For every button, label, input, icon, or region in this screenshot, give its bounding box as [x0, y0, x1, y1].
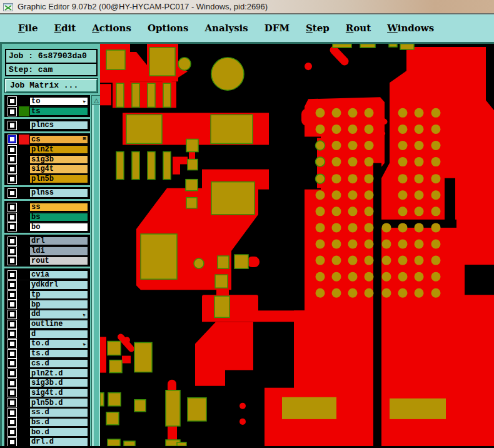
layer-visibility-checkbox[interactable]	[8, 165, 16, 173]
menu-item-rout[interactable]: Rout	[339, 20, 378, 36]
layer-color-swatch[interactable]	[19, 155, 29, 165]
layer-color-swatch[interactable]	[19, 359, 29, 369]
layer-visibility-checkbox[interactable]	[8, 350, 16, 358]
layer-color-swatch[interactable]	[19, 120, 29, 130]
layer-visibility-checkbox[interactable]	[8, 438, 16, 446]
layer-name-cvia[interactable]: cvia	[29, 270, 88, 280]
layer-color-swatch[interactable]	[19, 329, 29, 339]
layer-color-swatch[interactable]	[19, 222, 29, 232]
layer-name-ss.d[interactable]: ss.d	[29, 408, 88, 417]
layer-visibility-checkbox[interactable]	[8, 340, 16, 348]
layer-color-swatch[interactable]	[19, 369, 29, 379]
layer-name-drl[interactable]: drl	[29, 237, 88, 246]
layer-name-to.d[interactable]: to.d➤	[29, 339, 88, 349]
layer-visibility-checkbox[interactable]	[8, 155, 16, 163]
layer-color-swatch[interactable]	[19, 349, 29, 359]
layer-color-swatch[interactable]	[19, 106, 29, 116]
layer-name-bs.d[interactable]: bs.d	[29, 418, 88, 427]
layer-visibility-checkbox[interactable]	[8, 418, 16, 426]
layer-visibility-checkbox[interactable]	[8, 223, 16, 231]
menu-item-analysis[interactable]: Analysis	[198, 20, 255, 36]
layer-color-swatch[interactable]	[19, 270, 29, 280]
layer-name-sig4t[interactable]: sig4t	[29, 165, 88, 174]
layer-name-sig3b.d[interactable]: sig3b.d	[29, 379, 88, 388]
layer-color-swatch[interactable]	[19, 417, 29, 427]
layer-color-swatch[interactable]	[19, 407, 29, 417]
layer-name-bp[interactable]: bp	[29, 300, 88, 309]
layer-name-tp[interactable]: tp	[29, 290, 88, 300]
layer-color-swatch[interactable]	[19, 212, 29, 222]
layer-visibility-checkbox[interactable]	[8, 247, 16, 255]
layer-name-pln5b.d[interactable]: pln5b.d	[29, 398, 88, 407]
menu-item-edit[interactable]: Edit	[48, 20, 83, 36]
menu-item-actions[interactable]: Actions	[85, 20, 138, 36]
layer-visibility-checkbox[interactable]	[8, 135, 16, 143]
layer-name-pln2t[interactable]: pln2t	[29, 145, 88, 155]
layer-visibility-checkbox[interactable]	[8, 428, 16, 436]
layer-color-swatch[interactable]	[19, 398, 29, 408]
menu-item-dfm[interactable]: DFM	[258, 20, 296, 36]
menu-item-windows[interactable]: Windows	[380, 20, 441, 36]
layer-name-bo.d[interactable]: bo.d	[29, 427, 88, 437]
layer-color-swatch[interactable]	[19, 388, 29, 398]
layer-visibility-checkbox[interactable]	[8, 369, 16, 377]
layer-color-swatch[interactable]	[19, 378, 29, 388]
layer-name-to[interactable]: to➤	[29, 97, 88, 106]
layer-name-ldi[interactable]: ldi	[29, 247, 88, 256]
layer-name-ydkdrl[interactable]: ydkdrl	[29, 280, 88, 290]
layer-color-swatch[interactable]	[19, 280, 29, 290]
layer-visibility-checkbox[interactable]	[8, 291, 16, 299]
layer-visibility-checkbox[interactable]	[8, 121, 16, 130]
layer-visibility-checkbox[interactable]	[8, 203, 16, 211]
layer-visibility-checkbox[interactable]	[8, 399, 16, 407]
layer-visibility-checkbox[interactable]	[8, 108, 16, 116]
layer-visibility-checkbox[interactable]	[8, 97, 16, 105]
layer-visibility-checkbox[interactable]	[8, 379, 16, 387]
layer-name-ts.d[interactable]: ts.d	[29, 349, 88, 359]
layer-color-swatch[interactable]	[19, 256, 29, 266]
job-matrix-button[interactable]: Job Matrix ...	[5, 79, 98, 93]
layer-visibility-checkbox[interactable]	[8, 257, 16, 265]
layer-visibility-checkbox[interactable]	[8, 300, 16, 308]
layer-color-swatch[interactable]	[19, 300, 29, 310]
layer-visibility-checkbox[interactable]	[8, 237, 16, 245]
layer-color-swatch[interactable]	[19, 246, 29, 256]
layer-color-swatch[interactable]	[19, 174, 29, 184]
layer-name-bo[interactable]: bo	[29, 223, 88, 232]
layer-name-drl.d[interactable]: drl.d	[29, 437, 88, 446]
layer-color-swatch[interactable]	[19, 96, 29, 106]
menu-item-step[interactable]: Step	[299, 20, 336, 36]
layer-name-bs[interactable]: bs	[29, 213, 88, 222]
layer-visibility-checkbox[interactable]	[8, 175, 16, 183]
layer-color-swatch[interactable]	[19, 236, 29, 246]
layer-visibility-checkbox[interactable]	[8, 409, 16, 417]
layer-color-swatch[interactable]	[19, 290, 29, 300]
layer-name-plnss[interactable]: plnss	[29, 188, 88, 198]
layer-color-swatch[interactable]	[19, 319, 29, 329]
layer-color-swatch[interactable]	[19, 339, 29, 349]
layer-visibility-checkbox[interactable]	[8, 310, 16, 318]
layer-color-swatch[interactable]	[19, 188, 29, 198]
layer-color-swatch[interactable]	[19, 135, 29, 145]
layer-name-d[interactable]: d	[29, 330, 88, 339]
layer-name-pln5b[interactable]: pln5b	[29, 175, 88, 184]
layer-color-swatch[interactable]	[19, 437, 29, 447]
layer-name-ss[interactable]: ss	[29, 203, 88, 212]
layer-name-dd[interactable]: dd➤	[29, 310, 88, 319]
menu-item-file[interactable]: File	[11, 20, 45, 36]
layer-color-swatch[interactable]	[19, 145, 29, 155]
layer-name-ts[interactable]: ts	[29, 107, 88, 116]
layer-visibility-checkbox[interactable]	[8, 359, 16, 367]
layer-color-swatch[interactable]	[19, 202, 29, 212]
layer-name-cs[interactable]: cs⊞	[29, 135, 88, 145]
layer-visibility-checkbox[interactable]	[8, 389, 16, 397]
layer-name-sig3b[interactable]: sig3b	[29, 155, 88, 165]
layer-color-swatch[interactable]	[19, 310, 29, 320]
layer-name-pln2t.d[interactable]: pln2t.d	[29, 369, 88, 378]
layer-visibility-checkbox[interactable]	[8, 330, 16, 338]
layer-color-swatch[interactable]	[19, 427, 29, 437]
layer-name-cs.d[interactable]: cs.d	[29, 359, 88, 369]
pcb-canvas-viewport[interactable]	[100, 44, 494, 446]
layer-name-plncs[interactable]: plncs	[29, 121, 88, 130]
layer-visibility-checkbox[interactable]	[8, 189, 16, 197]
